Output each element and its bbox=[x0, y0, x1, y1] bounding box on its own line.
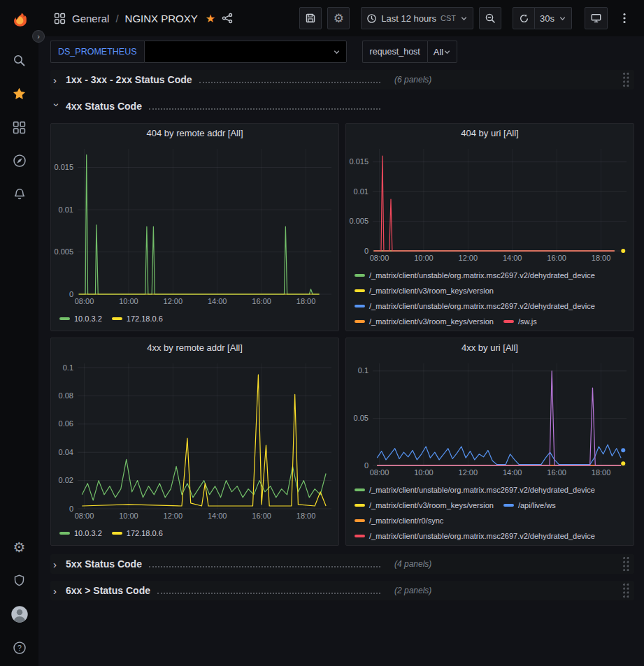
legend-item[interactable]: 10.0.3.2 bbox=[59, 526, 102, 541]
chart-4xx-by-remote-addr[interactable]: 08:0010:0012:0014:0016:0018:0000.020.040… bbox=[51, 358, 338, 521]
sidebar-expand-button[interactable]: › bbox=[32, 30, 45, 43]
favorite-star-icon[interactable]: ★ bbox=[206, 12, 215, 25]
row-panel-count: (4 panels) bbox=[394, 559, 431, 569]
legend-item[interactable]: /_matrix/client/unstable/org.matrix.msc2… bbox=[355, 528, 595, 544]
row-toggle-6xx[interactable]: › 6xx > Status Code (2 panels) bbox=[50, 585, 634, 597]
row-title-wrap: › 1xx - 3xx - 2xx Status Code bbox=[53, 74, 387, 86]
chevron-right-icon: › bbox=[53, 585, 60, 597]
star-icon bbox=[12, 87, 27, 101]
breadcrumb-section[interactable]: General bbox=[72, 13, 109, 24]
kebab-menu-icon bbox=[623, 13, 626, 24]
legend-item[interactable]: 172.18.0.6 bbox=[112, 311, 163, 326]
sidebar-item-profile[interactable] bbox=[6, 600, 34, 628]
chart-404-by-uri[interactable]: 08:0010:0012:0014:0016:0018:0000.0050.01… bbox=[346, 143, 634, 263]
breadcrumb: General / NGINX PROXY ★ bbox=[54, 12, 233, 25]
series-label: /_matrix/client/unstable/org.matrix.msc2… bbox=[369, 271, 595, 280]
share-icon[interactable] bbox=[222, 13, 233, 24]
legend-item[interactable]: /_matrix/client/v3/room_keys/version bbox=[355, 498, 494, 513]
row-drag-handle[interactable] bbox=[622, 72, 630, 88]
chevron-down-icon bbox=[443, 48, 451, 56]
legend-item[interactable]: /_matrix/client/unstable/org.matrix.msc2… bbox=[355, 482, 595, 498]
apps-grid-icon bbox=[54, 13, 66, 24]
refresh-button[interactable] bbox=[513, 7, 535, 29]
gear-icon: ⚙ bbox=[334, 13, 344, 24]
request-host-variable: request_host All bbox=[362, 41, 458, 63]
series-color-swatch bbox=[355, 274, 365, 277]
dotted-leader bbox=[199, 82, 380, 83]
datasource-value-select[interactable] bbox=[144, 41, 347, 63]
row-drag-handle[interactable] bbox=[622, 556, 630, 572]
sidebar-item-search[interactable] bbox=[6, 46, 34, 74]
legend-item[interactable]: 172.18.0.6 bbox=[112, 526, 163, 541]
svg-text:18:00: 18:00 bbox=[592, 468, 611, 477]
sidebar-item-dashboards[interactable] bbox=[6, 113, 34, 141]
svg-text:14:00: 14:00 bbox=[503, 254, 522, 262]
panel-title[interactable]: 404 by remote addr [All] bbox=[51, 124, 338, 143]
sidebar-item-starred[interactable] bbox=[6, 80, 34, 108]
chevron-down-icon bbox=[559, 15, 566, 22]
gear-icon: ⚙ bbox=[13, 540, 26, 554]
panel-grid-4xx: 404 by remote addr [All] 08:0010:0012:00… bbox=[50, 123, 634, 546]
legend-item[interactable]: /_matrix/client/v3/room_keys/version bbox=[355, 283, 494, 298]
row-toggle-5xx[interactable]: › 5xx Status Code (4 panels) bbox=[50, 558, 634, 570]
sidebar-item-configuration[interactable]: ⚙ bbox=[6, 533, 34, 561]
legend-item[interactable]: /_matrix/client/r0/sync bbox=[355, 513, 443, 528]
avatar bbox=[10, 605, 29, 623]
refresh-interval-label: 30s bbox=[540, 13, 554, 24]
series-label: 172.18.0.6 bbox=[127, 529, 163, 537]
series-label: 172.18.0.6 bbox=[127, 314, 163, 323]
panel-title[interactable]: 404 by uri [All] bbox=[346, 124, 634, 143]
sidebar-item-explore[interactable] bbox=[6, 147, 34, 175]
legend-item[interactable]: /_matrix/client/v3/room_keys/version bbox=[355, 314, 494, 329]
compass-icon bbox=[13, 154, 27, 168]
svg-text:10:00: 10:00 bbox=[414, 254, 434, 262]
request-host-value-select[interactable]: All bbox=[427, 41, 457, 63]
svg-text:0.02: 0.02 bbox=[59, 476, 73, 484]
row-panel-count: (6 panels) bbox=[394, 75, 431, 85]
row-title: 6xx > Status Code bbox=[66, 585, 150, 596]
sidebar-item-help[interactable]: ? bbox=[6, 634, 34, 662]
dashboard-title[interactable]: NGINX PROXY bbox=[125, 13, 198, 24]
row-toggle-4xx[interactable]: › 4xx Status Code bbox=[50, 101, 634, 113]
svg-text:0: 0 bbox=[364, 461, 368, 470]
datasource-label[interactable]: DS_PROMETHEUS bbox=[50, 41, 144, 63]
panel-4xx-by-remote-addr: 4xx by remote addr [All] 08:0010:0012:00… bbox=[50, 338, 339, 546]
tv-mode-button[interactable] bbox=[585, 7, 608, 29]
save-dashboard-button[interactable] bbox=[299, 7, 322, 29]
chevron-down-icon bbox=[333, 48, 341, 56]
chart-legend: /_matrix/client/unstable/org.matrix.msc2… bbox=[346, 478, 634, 545]
series-label: /api/live/ws bbox=[518, 501, 556, 509]
dashboard-settings-button[interactable]: ⚙ bbox=[327, 7, 350, 29]
row-toggle-1xx[interactable]: › 1xx - 3xx - 2xx Status Code (6 panels) bbox=[50, 74, 634, 86]
legend-item[interactable]: /_matrix/client/unstable/org.matrix.msc2… bbox=[355, 268, 595, 283]
request-host-label[interactable]: request_host bbox=[362, 41, 427, 63]
dashboard-content: › 1xx - 3xx - 2xx Status Code (6 panels)… bbox=[38, 64, 644, 663]
chart-404-by-remote-addr[interactable]: 08:0010:0012:0014:0016:0018:0000.0050.01… bbox=[51, 143, 338, 307]
grafana-logo[interactable] bbox=[6, 6, 34, 34]
more-options-button[interactable] bbox=[613, 7, 636, 29]
zoom-out-time-button[interactable] bbox=[479, 7, 501, 29]
time-range-picker[interactable]: Last 12 hours CST bbox=[361, 7, 473, 29]
legend-item[interactable]: /_matrix/client/unstable/org.matrix.msc2… bbox=[355, 298, 595, 314]
series-label: 10.0.3.2 bbox=[74, 529, 102, 537]
refresh-interval-select[interactable]: 30s bbox=[535, 7, 572, 29]
svg-text:0.04: 0.04 bbox=[59, 448, 73, 456]
series-color-swatch bbox=[355, 320, 365, 323]
chart-legend: 10.0.3.2172.18.0.6 bbox=[51, 307, 338, 331]
sidebar-item-server-admin[interactable] bbox=[6, 567, 34, 595]
legend-item[interactable]: /api/live/ws bbox=[503, 498, 556, 513]
chart-4xx-by-uri[interactable]: 08:0010:0012:0014:0016:0018:0000.050.1 bbox=[346, 358, 634, 478]
panel-404-by-remote-addr: 404 by remote addr [All] 08:0010:0012:00… bbox=[50, 123, 339, 331]
row-title-wrap: › 5xx Status Code bbox=[53, 558, 387, 570]
svg-text:0.1: 0.1 bbox=[358, 366, 368, 375]
legend-item[interactable]: /sw.js bbox=[503, 314, 537, 329]
row-drag-handle[interactable] bbox=[622, 583, 630, 599]
nav-sidebar: ⚙ ? bbox=[0, 0, 38, 666]
sidebar-item-alerting[interactable] bbox=[6, 180, 34, 208]
series-color-swatch bbox=[355, 504, 365, 507]
panel-title[interactable]: 4xx by uri [All] bbox=[346, 338, 634, 358]
panel-title[interactable]: 4xx by remote addr [All] bbox=[51, 338, 338, 358]
breadcrumb-separator: / bbox=[115, 13, 118, 24]
series-color-swatch bbox=[355, 488, 365, 491]
legend-item[interactable]: 10.0.3.2 bbox=[59, 311, 102, 326]
